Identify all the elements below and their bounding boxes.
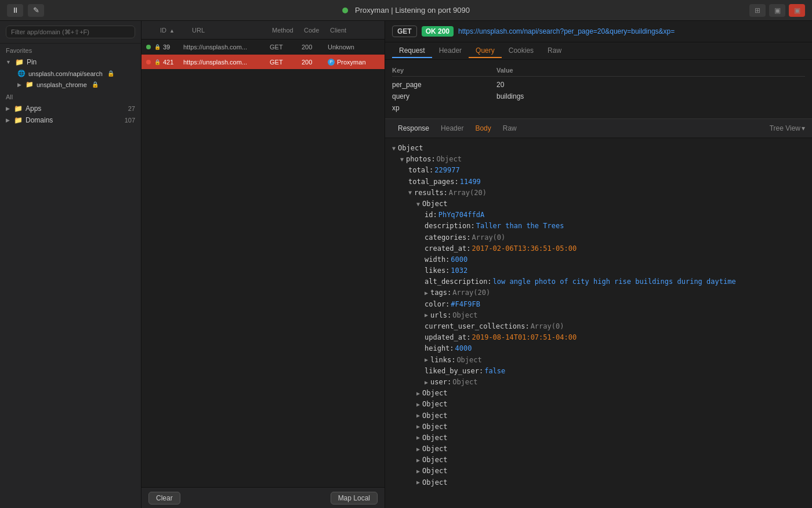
expand-icon[interactable]: ▼ — [392, 144, 396, 153]
url-bar: GET OK 200 https://unsplash.com/napi/sea… — [385, 21, 812, 42]
clear-button[interactable]: Clear — [148, 492, 180, 505]
response-tabs: Response Header Body Raw — [392, 123, 523, 134]
row-id: 421 — [163, 59, 183, 66]
json-line: ▶ links: Object — [392, 355, 805, 366]
json-key: user: — [430, 377, 451, 388]
sidebar-item-domains[interactable]: ▶ 📁 Domains 107 — [0, 114, 141, 126]
json-line: ▶ Object — [392, 455, 805, 466]
expand-icon[interactable]: ▶ — [416, 467, 420, 476]
json-label: Object — [422, 410, 447, 421]
tab-query[interactable]: Query — [469, 44, 502, 58]
json-key: description: — [425, 221, 475, 232]
window-red-button[interactable]: ▣ — [789, 4, 805, 17]
main-layout: Favorites ▼ 📁 Pin 🌐 unsplash.com/napi/se… — [0, 21, 812, 508]
map-local-button[interactable]: Map Local — [331, 492, 378, 505]
tree-view-chevron-icon: ▾ — [802, 124, 805, 132]
json-key: liked_by_user: — [425, 366, 483, 377]
expand-icon[interactable]: ▶ — [416, 478, 420, 487]
tab-request[interactable]: Request — [392, 44, 432, 58]
json-val: 4000 — [455, 343, 472, 354]
row-url: https://unsplash.com... — [183, 59, 270, 66]
json-label: Object — [422, 444, 447, 455]
json-line: created_at: 2017-02-06T13:36:51-05:00 — [392, 243, 805, 254]
content-area: ID ▲ URL Method Code Client 🔒 39 https:/… — [142, 21, 812, 508]
json-key: tags: — [430, 287, 451, 298]
window-orange-button[interactable]: ▣ — [769, 4, 785, 17]
status-badge: OK 200 — [422, 26, 454, 37]
expand-icon[interactable]: ▶ — [416, 422, 420, 431]
sidebar-item-unsplash-chrome[interactable]: ▶ 📁 unsplash_chrome 🔒 — [0, 79, 141, 90]
json-line: ▶ Object — [392, 444, 805, 455]
json-line: ▼ results: Array(20) — [392, 188, 805, 199]
json-key: total_pages: — [408, 176, 459, 188]
json-key: current_user_collections: — [425, 321, 530, 332]
search-input[interactable] — [6, 26, 135, 38]
all-section-label: All — [0, 90, 141, 103]
expand-icon[interactable]: ▶ — [425, 378, 428, 387]
json-key: photos: — [406, 154, 436, 165]
domains-chevron-icon: ▶ — [6, 117, 10, 123]
globe-icon: 🌐 — [17, 70, 26, 77]
sidebar-item-apps[interactable]: ▶ 📁 Apps 27 — [0, 103, 141, 114]
expand-icon[interactable]: ▶ — [416, 445, 420, 454]
json-label: Object — [422, 466, 447, 477]
table-row[interactable]: 🔒 421 https://unsplash.com... GET 200 P … — [142, 55, 385, 70]
json-val: 1032 — [451, 265, 467, 276]
kv-row: xp — [392, 102, 805, 114]
tree-view-selector[interactable]: Tree View ▾ — [770, 124, 805, 132]
table-row[interactable]: 🔒 39 https://unsplash.com... GET 200 Unk… — [142, 39, 385, 55]
json-type: Array(0) — [472, 232, 505, 243]
pin-sub-label: unsplash_chrome — [37, 81, 87, 88]
json-line: ▶ urls: Object — [392, 310, 805, 321]
expand-icon[interactable]: ▶ — [425, 311, 428, 320]
json-line: ▼ photos: Object — [392, 154, 805, 165]
edit-button[interactable]: ✎ — [28, 4, 44, 17]
lock-small-icon: 🔒 — [154, 44, 161, 50]
titlebar-center: Proxyman | Listening on port 9090 — [342, 6, 470, 15]
expand-icon[interactable]: ▶ — [425, 289, 428, 298]
titlebar: ⏸ ✎ Proxyman | Listening on port 9090 ⊞ … — [0, 0, 812, 21]
json-key: created_at: — [425, 243, 470, 254]
expand-icon[interactable]: ▶ — [416, 433, 420, 442]
expand-icon[interactable]: ▶ — [416, 389, 420, 398]
tab-header[interactable]: Header — [432, 44, 469, 58]
resp-tab-header[interactable]: Header — [435, 123, 469, 134]
resp-tab-raw[interactable]: Raw — [497, 123, 523, 134]
tree-view-label: Tree View — [770, 124, 800, 132]
json-line: width: 6000 — [392, 254, 805, 265]
lock-small-icon-2: 🔒 — [154, 59, 161, 65]
json-line: color: #F4F9FB — [392, 299, 805, 310]
json-line: alt_description: low angle photo of city… — [392, 276, 805, 287]
sidebar-item-unsplash-napi[interactable]: 🌐 unsplash.com/napi/search 🔒 — [0, 68, 141, 79]
tab-raw[interactable]: Raw — [541, 44, 568, 58]
expand-icon[interactable]: ▶ — [425, 355, 428, 365]
expand-icon[interactable]: ▶ — [416, 411, 420, 420]
row-client: Unknown — [328, 44, 380, 51]
json-line: ▶ Object — [392, 421, 805, 433]
json-line: total: 229977 — [392, 165, 805, 176]
expand-icon[interactable]: ▼ — [416, 200, 420, 209]
json-val: 2019-08-14T01:07:51-04:00 — [472, 332, 577, 343]
domains-count: 107 — [125, 117, 135, 124]
row-id: 39 — [163, 44, 183, 51]
resp-label: Response — [392, 123, 435, 134]
tab-cookies[interactable]: Cookies — [502, 44, 541, 58]
status-dot-green — [146, 45, 151, 49]
expand-icon[interactable]: ▼ — [400, 155, 404, 164]
json-line: ▼ Object — [392, 143, 805, 154]
search-bar — [0, 21, 141, 44]
kv-col-value: Value — [496, 67, 805, 74]
row-client: P Proxyman — [328, 59, 380, 66]
expand-icon[interactable]: ▶ — [416, 456, 420, 465]
pause-button[interactable]: ⏸ — [7, 4, 23, 17]
json-val: Taller than the Trees — [476, 221, 564, 232]
resp-tab-body[interactable]: Body — [469, 123, 496, 134]
kv-key: per_page — [392, 81, 496, 89]
json-label: Object — [422, 421, 447, 433]
json-type: Array(20) — [449, 188, 487, 199]
expand-icon[interactable]: ▶ — [416, 400, 420, 409]
sidebar-item-pin[interactable]: ▼ 📁 Pin — [0, 56, 141, 68]
list-header: ID ▲ URL Method Code Client — [142, 21, 385, 39]
window-layout-button[interactable]: ⊞ — [749, 4, 766, 17]
expand-icon[interactable]: ▼ — [408, 188, 412, 197]
